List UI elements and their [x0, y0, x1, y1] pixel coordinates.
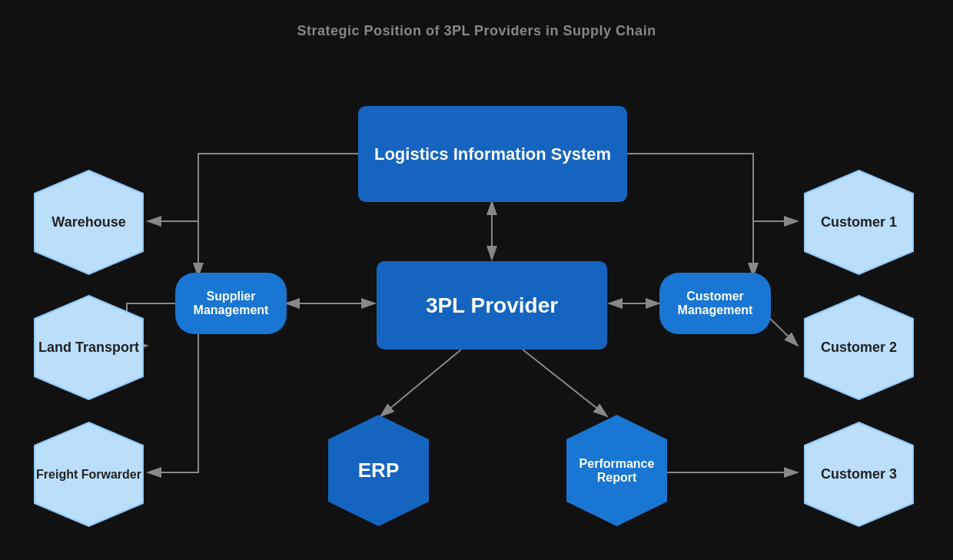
page-title: Strategic Position of 3PL Providers in S… [0, 23, 953, 39]
customer-mgmt-node: Customer Management [659, 273, 771, 334]
customer1-node: Customer 1 [799, 167, 918, 278]
freight-forwarder-node: Freight Forwarder [29, 419, 148, 530]
supplier-mgmt-node: Supplier Management [175, 273, 287, 334]
diagram: Strategic Position of 3PL Providers in S… [0, 0, 953, 560]
svg-line-6 [523, 350, 607, 416]
erp-node: ERP [323, 411, 434, 530]
perf-report-node: Performance Report [561, 411, 672, 530]
svg-line-5 [380, 350, 461, 416]
lis-node: Logistics Information System [358, 106, 627, 202]
customer3-node: Customer 3 [799, 419, 918, 530]
3pl-provider-node: 3PL Provider [377, 261, 607, 350]
customer2-node: Customer 2 [799, 292, 918, 403]
land-transport-node: Land Transport [29, 292, 148, 403]
warehouse-node: Warehouse [29, 167, 148, 278]
